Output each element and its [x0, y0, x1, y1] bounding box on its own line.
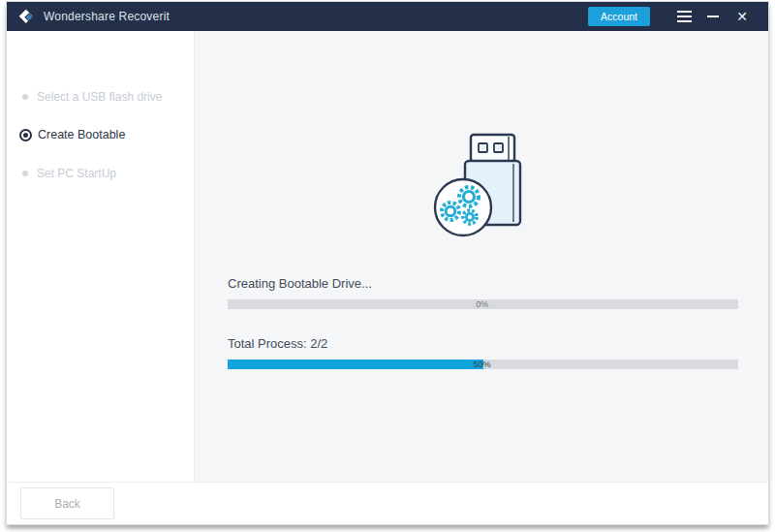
- step-dot-icon: [22, 94, 28, 100]
- wondershare-logo-icon: [18, 9, 35, 25]
- close-icon[interactable]: ✕: [728, 6, 757, 27]
- total-process-progress-fill: [228, 360, 483, 369]
- step-radio-active-icon: [19, 129, 32, 141]
- title-bar: Wondershare Recoverit Account ✕: [7, 2, 768, 31]
- app-title: Wondershare Recoverit: [44, 10, 170, 23]
- current-task-label: Creating Bootable Drive...: [228, 276, 738, 291]
- step-dot-icon: [22, 171, 28, 176]
- back-button[interactable]: Back: [20, 487, 114, 519]
- usb-drive-with-gears-icon: [420, 124, 542, 246]
- sidebar-item-label: Set PC StartUp: [37, 167, 116, 180]
- current-task-percent: 0%: [476, 299, 488, 309]
- sidebar-item-create-bootable[interactable]: Create Bootable: [7, 122, 194, 147]
- minimize-icon[interactable]: [698, 6, 728, 27]
- window-body: Select a USB flash drive Create Bootable…: [7, 31, 768, 482]
- total-process-label: Total Process: 2/2: [228, 336, 738, 351]
- total-process-percent: 50%: [474, 360, 491, 369]
- progress-section: Creating Bootable Drive... 0% Total Proc…: [228, 276, 738, 369]
- steps-sidebar: Select a USB flash drive Create Bootable…: [7, 31, 195, 482]
- hamburger-menu-icon[interactable]: [669, 6, 698, 27]
- sidebar-item-select-usb[interactable]: Select a USB flash drive: [7, 84, 194, 110]
- sidebar-item-label: Create Bootable: [38, 128, 125, 141]
- footer-bar: Back: [7, 482, 768, 524]
- current-task-progress-bar: 0%: [228, 299, 738, 309]
- account-button[interactable]: Account: [588, 7, 650, 26]
- progress-gap: [228, 309, 738, 336]
- sidebar-item-label: Select a USB flash drive: [37, 90, 162, 104]
- total-process-progress-bar: 50%: [228, 360, 738, 369]
- main-content: Creating Bootable Drive... 0% Total Proc…: [195, 31, 768, 482]
- app-window: Wondershare Recoverit Account ✕ Select a…: [6, 1, 769, 525]
- sidebar-item-set-pc-startup[interactable]: Set PC StartUp: [7, 161, 194, 186]
